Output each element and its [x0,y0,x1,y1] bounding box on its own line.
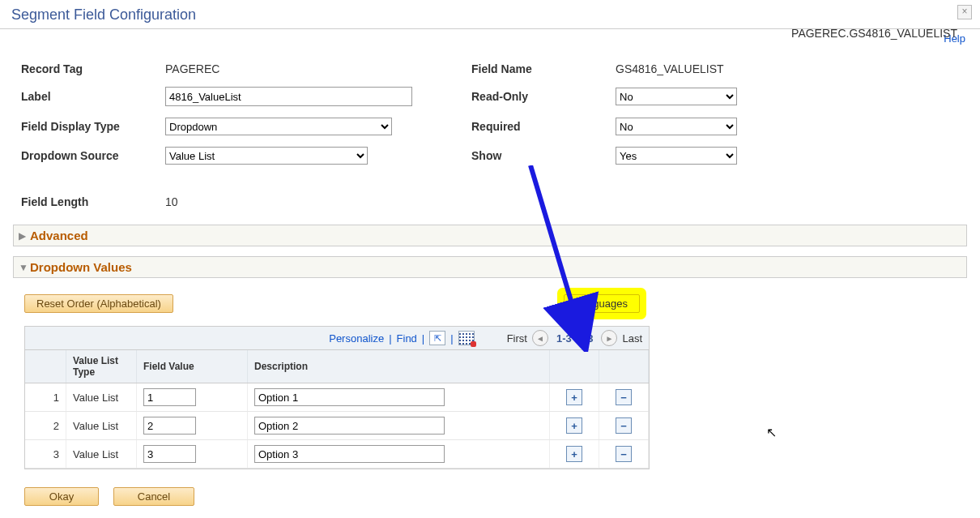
chevron-right-nav-icon[interactable]: ► [601,330,617,346]
input-description[interactable] [254,417,445,435]
select-field-display-type[interactable]: Dropdown [165,118,392,135]
add-row-icon[interactable]: + [566,446,582,462]
input-description[interactable] [254,445,445,463]
row-number: 2 [25,412,66,440]
col-add [550,350,599,383]
add-row-icon[interactable]: + [566,389,582,405]
table-row: 2Value List+− [25,412,649,440]
value-field-length: 10 [165,195,178,208]
label-show: Show [465,142,607,169]
value-field-name: GS4816_VALUELIST [616,62,724,75]
select-show[interactable]: Yes [616,147,737,165]
form-table: Record Tag PAGEREC Field Name GS4816_VAL… [13,56,745,215]
label-label: Label [15,82,157,111]
label-record-tag: Record Tag [15,58,157,80]
table-row: 1Value List+− [25,383,649,412]
personalize-link[interactable]: Personalize [329,332,384,345]
col-description[interactable]: Description [248,350,550,383]
col-value-list-type[interactable]: Value List Type [66,350,137,383]
grid-toolbar: Personalize | Find | ⇱ | First ◄ 1-3 of … [25,327,649,350]
col-field-value[interactable]: Field Value [137,350,248,383]
section-advanced-title: Advanced [30,229,88,242]
label-read-only: Read-Only [465,82,607,111]
delete-row-icon[interactable]: − [616,417,632,434]
nav-last[interactable]: Last [622,332,642,345]
export-icon[interactable]: ⇱ [429,331,445,345]
label-field-name: Field Name [465,58,607,80]
select-read-only[interactable]: No [616,88,737,105]
table-row: 3Value List+− [25,440,649,469]
section-dropdown-values-title: Dropdown Values [30,260,132,274]
col-rownum [25,350,66,383]
cancel-button[interactable]: Cancel [113,487,194,506]
close-icon[interactable]: × [957,5,972,19]
cursor-icon: ↖ [766,425,777,440]
dialog-title: Segment Field Configuration [11,6,196,23]
input-field-value[interactable] [143,388,196,406]
dialog-titlebar: Segment Field Configuration × [0,0,980,29]
nav-range: 1-3 of 3 [556,332,594,345]
chevron-right-icon: ▶ [19,230,30,242]
value-record-tag: PAGEREC [165,62,219,75]
delete-row-icon[interactable]: − [616,389,632,405]
row-number: 3 [25,440,66,469]
cell-type: Value List [66,383,137,412]
delete-row-icon[interactable]: − [616,446,632,462]
breadcrumb: PAGEREC.GS4816_VALUELIST [791,27,957,40]
section-advanced[interactable]: ▶ Advanced [13,225,967,246]
label-required: Required [465,113,607,140]
find-link[interactable]: Find [397,332,417,345]
input-label[interactable] [165,87,412,106]
select-required[interactable]: No [616,118,737,135]
input-description[interactable] [254,388,445,406]
cell-type: Value List [66,412,137,440]
input-field-value[interactable] [143,417,196,435]
languages-button[interactable]: Languages [564,294,640,313]
values-grid: Value List Type Field Value Description … [25,350,649,469]
label-field-display-type: Field Display Type [15,113,157,140]
chevron-down-icon: ▼ [19,262,30,273]
cell-type: Value List [66,440,137,469]
reset-order-button[interactable]: Reset Order (Alphabetical) [24,294,173,313]
okay-button[interactable]: Okay [24,487,99,506]
row-number: 1 [25,383,66,412]
col-del [599,350,649,383]
nav-first[interactable]: First [507,332,527,345]
grid-settings-icon[interactable] [458,331,475,345]
add-row-icon[interactable]: + [566,417,582,434]
label-dropdown-source: Dropdown Source [15,142,157,169]
grid-wrap: Personalize | Find | ⇱ | First ◄ 1-3 of … [24,326,650,469]
chevron-left-icon[interactable]: ◄ [532,330,548,346]
select-dropdown-source[interactable]: Value List [165,147,368,165]
label-field-length: Field Length [15,191,157,213]
section-dropdown-values[interactable]: ▼ Dropdown Values [13,256,967,278]
input-field-value[interactable] [143,445,196,463]
